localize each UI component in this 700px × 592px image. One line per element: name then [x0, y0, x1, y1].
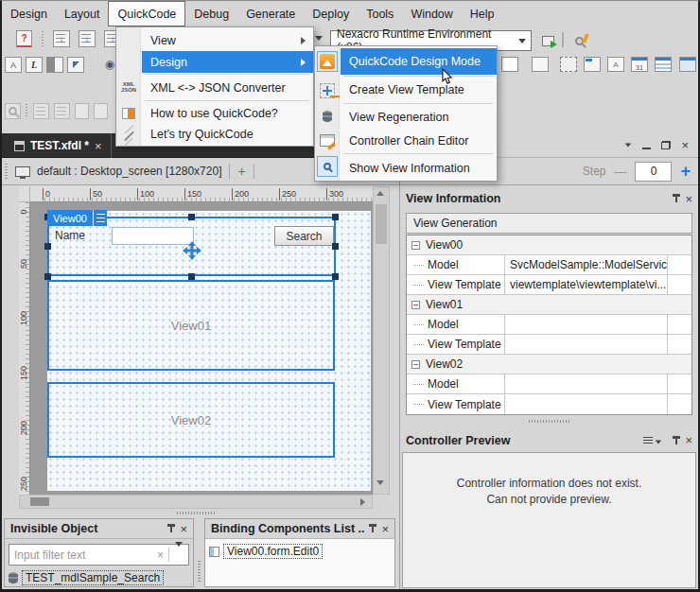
close-icon[interactable]: × — [681, 138, 689, 152]
close-icon[interactable]: × — [685, 433, 692, 447]
view-tag-menu-icon[interactable] — [93, 210, 107, 226]
move-handle-icon[interactable] — [183, 241, 201, 260]
close-icon[interactable]: × — [381, 522, 389, 536]
view01-container[interactable]: View01 — [47, 280, 335, 371]
menu-item-design[interactable]: Design — [142, 51, 313, 73]
screen-selector[interactable]: default : Desktop_screen [1280x720] — [37, 165, 221, 178]
menu-item-quickcode-design-mode[interactable]: QuickCode Design Mode — [341, 48, 497, 75]
checkbox-component-icon[interactable] — [501, 57, 518, 72]
scroll-down-icon[interactable] — [376, 480, 384, 485]
horizontal-scrollbar[interactable] — [19, 495, 373, 509]
import-model-icon-1[interactable]: ↓ — [53, 30, 70, 47]
menu-window[interactable]: Window — [402, 1, 461, 26]
menu-tools[interactable]: Tools — [358, 1, 402, 26]
step-increase-button[interactable]: + — [680, 163, 691, 180]
page-icon-2[interactable] — [94, 103, 108, 119]
menu-quickcode[interactable]: QuickCode — [108, 1, 185, 26]
list-forward-icon[interactable] — [33, 103, 49, 119]
tab-component-icon[interactable] — [584, 57, 601, 72]
textarea-component-icon[interactable]: A — [607, 57, 624, 72]
selection-area-icon[interactable] — [560, 57, 577, 72]
scroll-up-icon[interactable] — [376, 191, 384, 196]
menu-item-create-view-template[interactable]: Create View Template — [315, 78, 497, 102]
close-icon[interactable]: × — [180, 522, 187, 536]
filter-dropdown-icon[interactable] — [169, 547, 188, 564]
menu-layout[interactable]: Layout — [56, 1, 109, 26]
tree-row-template[interactable]: View Template — [407, 335, 691, 355]
toolbar-drag-grip[interactable] — [5, 164, 8, 179]
menu-item-xml-json-converter[interactable]: XML <-> JSON Converter — [116, 76, 313, 99]
vertical-splitter[interactable] — [198, 561, 201, 583]
find-in-document-icon[interactable] — [5, 103, 21, 119]
tree-group-view02[interactable]: View02 — [407, 355, 691, 374]
menu-item-how-to-use[interactable]: How to use QuickCode? — [116, 102, 313, 124]
page-icon-1[interactable] — [75, 103, 89, 119]
panel-menu-icon[interactable] — [622, 143, 632, 148]
restore-icon[interactable] — [661, 141, 671, 149]
menu-design[interactable]: Design — [2, 1, 56, 26]
resize-handle[interactable] — [188, 273, 195, 280]
vertical-scrollbar[interactable] — [373, 186, 390, 495]
edit0-input[interactable] — [112, 227, 194, 245]
tree-row-model[interactable]: Model — [407, 374, 691, 394]
clipboard-component-icon[interactable] — [679, 57, 696, 72]
tree-row-model[interactable]: Model — [407, 315, 691, 335]
label-component-icon[interactable]: L — [26, 57, 43, 73]
split-panel-icon[interactable] — [46, 57, 63, 73]
invisible-object-item[interactable]: TEST_mdlSample_Search — [22, 570, 164, 585]
tree-row-template[interactable]: View Template viewtemplate\viewtemplate\… — [407, 275, 691, 295]
pin-icon[interactable] — [675, 437, 677, 444]
tree-group-view00[interactable]: View00 — [407, 235, 691, 255]
list-remove-icon[interactable] — [54, 103, 70, 119]
step-value-input[interactable] — [635, 162, 672, 182]
monthcalendar-component-icon[interactable] — [655, 57, 672, 72]
step-decrease-button[interactable]: — — [614, 165, 626, 179]
resize-handle[interactable] — [44, 243, 51, 250]
scroll-right-icon[interactable] — [360, 498, 365, 506]
search-button[interactable]: Search — [274, 226, 334, 246]
select-window-icon[interactable] — [67, 57, 84, 73]
view02-container[interactable]: View02 — [47, 382, 335, 458]
add-screen-button[interactable]: + — [237, 164, 245, 179]
combo-list-component-icon[interactable] — [532, 57, 549, 72]
filter-input[interactable] — [9, 548, 152, 562]
menu-item-show-view-information[interactable]: Show View Information — [315, 155, 497, 181]
tree-row-model[interactable]: Model SvcModelSample::ModelServic... — [407, 255, 691, 275]
panel-menu-icon[interactable] — [643, 437, 662, 444]
menu-generate[interactable]: Generate — [237, 1, 304, 26]
menu-deploy[interactable]: Deploy — [304, 1, 358, 26]
import-model-icon-2[interactable]: ↓ — [79, 30, 96, 47]
calendar-component-icon[interactable]: 31 — [631, 57, 648, 72]
clear-filter-icon[interactable]: × — [152, 548, 168, 562]
pin-icon[interactable] — [170, 525, 172, 532]
vertical-scroll-thumb[interactable] — [376, 204, 387, 244]
horizontal-scroll-thumb[interactable] — [30, 497, 49, 506]
close-icon[interactable]: × — [685, 192, 692, 206]
binding-component-item[interactable]: View00.form.Edit0 — [223, 544, 323, 559]
resize-handle[interactable] — [332, 273, 339, 280]
quick-test-icon[interactable] — [569, 31, 589, 50]
tree-group-view01[interactable]: View01 — [407, 295, 691, 315]
menu-debug[interactable]: Debug — [185, 1, 237, 26]
resize-handle[interactable] — [188, 214, 195, 220]
launch-runtime-icon[interactable] — [538, 32, 557, 49]
panel-splitter[interactable] — [529, 420, 570, 423]
menu-item-view[interactable]: View — [116, 29, 313, 51]
menu-help[interactable]: Help — [462, 1, 503, 26]
menu-item-lets-try[interactable]: Let's try QuickCode — [116, 124, 313, 145]
static-text-icon[interactable]: A — [5, 57, 22, 73]
collapse-minus-icon[interactable] — [411, 241, 420, 250]
resize-handle[interactable] — [332, 243, 339, 250]
tree-row-template[interactable]: View Template — [407, 394, 691, 414]
view00-tag[interactable]: View00 — [47, 210, 107, 226]
resize-handle[interactable] — [44, 273, 51, 280]
help-guide-icon[interactable]: ? — [16, 30, 32, 47]
menu-item-controller-chain-editor[interactable]: Controller Chain Editor — [315, 129, 497, 152]
hidden-combo-arrow-icon[interactable] — [315, 36, 323, 41]
tab-close-icon[interactable]: × — [95, 139, 102, 153]
resize-handle[interactable] — [332, 214, 339, 220]
tab-test-xfdl[interactable]: TEST.xfdl * × — [6, 133, 112, 158]
minimize-icon[interactable] — [642, 148, 651, 149]
pin-icon[interactable] — [675, 195, 677, 202]
collapse-minus-icon[interactable] — [411, 301, 420, 309]
